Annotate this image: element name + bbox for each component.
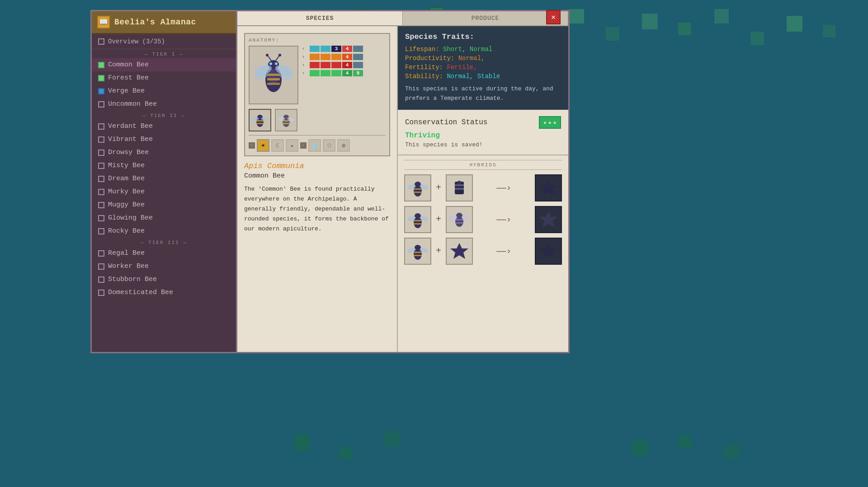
bee-item-verge[interactable]: Verge Bee: [92, 84, 236, 98]
lifespan-value: Short, Normal: [443, 46, 492, 53]
stubborn-bee-checkbox: [98, 276, 104, 283]
bee-item-worker[interactable]: Worker Bee: [92, 260, 236, 273]
badge-star-3: ★: [553, 119, 557, 126]
overview-row[interactable]: Overview (3/35): [92, 34, 236, 49]
verge-bee-checkbox: [98, 88, 104, 94]
hybrid-result-svg-3: [538, 241, 558, 261]
bee-item-uncommon[interactable]: Uncommon Bee: [92, 98, 236, 111]
sidebar-title-bar: 📖 Beelia's Almanac: [92, 11, 236, 34]
misty-bee-label: Misty Bee: [108, 162, 145, 169]
stat-direction-2: ›: [302, 55, 308, 60]
hybrid-row-2: + ——›: [404, 206, 562, 233]
bee-thumbnails-row: [249, 109, 386, 131]
bee-list[interactable]: — TIER I — Common Bee Forest Bee Verge B…: [92, 49, 236, 352]
forest-bee-label: Forest Bee: [108, 74, 149, 82]
traits-title: Species Traits:: [405, 33, 561, 41]
conservation-description: This species is saved!: [405, 141, 561, 148]
svg-rect-41: [414, 223, 422, 225]
svg-rect-47: [455, 222, 463, 224]
regal-bee-checkbox: [98, 250, 104, 257]
sb2-5: [353, 54, 363, 60]
species-common: Common Bee: [244, 172, 390, 180]
verdant-bee-checkbox: [98, 123, 104, 130]
anatomy-label: ANATOMY:: [249, 37, 386, 43]
stat-bars-2: 4: [310, 54, 363, 60]
worker-bee-label: Worker Bee: [108, 262, 149, 270]
bee-item-misty[interactable]: Misty Bee: [92, 159, 236, 172]
bee-thumb-2[interactable]: [275, 109, 297, 131]
overview-label: Overview (3/35): [108, 38, 165, 45]
bee-item-drowsy[interactable]: Drowsy Bee: [92, 146, 236, 159]
sb3-3: [331, 62, 341, 68]
svg-point-9: [266, 54, 269, 56]
tier-2-label: — TIER II —: [92, 111, 236, 120]
bee-item-domesticated[interactable]: Domesticated Bee: [92, 286, 236, 299]
stat-row-2: › 4: [302, 54, 386, 60]
bee-thumb-1[interactable]: [249, 109, 271, 131]
droplet-icon: 💧: [308, 139, 321, 152]
hybrids-section: HYBRIDS: [398, 155, 568, 352]
cursor-icon: ⬡: [323, 139, 335, 152]
sb2-1: [310, 54, 320, 60]
species-latin: Apis Communia: [244, 162, 390, 170]
tab-produce[interactable]: PRODUCE: [403, 11, 568, 25]
stability-label: Stability:: [405, 73, 443, 80]
hybrid-plus-3: +: [436, 246, 441, 256]
bee-sprite-box: [249, 46, 298, 104]
stat-row-1: ‹ 3 4: [302, 46, 386, 52]
bee-item-dream[interactable]: Dream Bee: [92, 172, 236, 185]
bee-item-common[interactable]: Common Bee: [92, 58, 236, 71]
bee-item-vibrant[interactable]: Vibrant Bee: [92, 133, 236, 146]
bee-item-muggy[interactable]: Muggy Bee: [92, 198, 236, 211]
activity-direction-icon: ‹: [249, 142, 255, 149]
verdant-bee-label: Verdant Bee: [108, 122, 153, 130]
svg-line-8: [268, 56, 271, 61]
uncommon-bee-label: Uncommon Bee: [108, 100, 157, 108]
sidebar: 📖 Beelia's Almanac Overview (3/35) — TIE…: [90, 10, 237, 353]
svg-rect-36: [455, 188, 464, 190]
domesticated-bee-label: Domesticated Bee: [108, 289, 173, 296]
bee-item-murky[interactable]: Murky Bee: [92, 185, 236, 198]
tab-species[interactable]: SPECIES: [237, 11, 403, 25]
lifespan-label: Lifespan:: [405, 46, 439, 53]
bee-item-forest[interactable]: Forest Bee: [92, 71, 236, 84]
hybrid-svg-2a: [408, 210, 428, 229]
stat-bars-3: 4: [310, 62, 363, 68]
bee-item-glowing[interactable]: Glowing Bee: [92, 211, 236, 225]
species-description: The 'Common' Bee is found practically ev…: [244, 184, 390, 234]
conservation-badge: ★ ★ ★: [539, 116, 561, 129]
svg-rect-54: [414, 255, 422, 256]
hybrid-result-3: [535, 238, 562, 265]
stat-direction-3: ›: [302, 63, 308, 68]
fertility-value: Fertile,: [447, 64, 477, 71]
hybrid-result-svg-1: [538, 178, 558, 198]
sb4-1: [310, 70, 320, 76]
svg-rect-4: [267, 83, 280, 85]
stability-value: Normal, Stable: [447, 73, 500, 80]
stubborn-bee-label: Stubborn Bee: [108, 276, 157, 283]
uncommon-bee-checkbox: [98, 101, 104, 108]
bee-item-verdant[interactable]: Verdant Bee: [92, 120, 236, 133]
svg-rect-24: [283, 123, 290, 124]
bee-item-rocky[interactable]: Rocky Bee: [92, 225, 236, 238]
dream-bee-label: Dream Bee: [108, 175, 145, 183]
hybrid-result-2: [535, 206, 562, 233]
sb1-1: [310, 46, 320, 52]
domesticated-bee-checkbox: [98, 290, 104, 296]
hybrid-svg-1a: [408, 178, 428, 198]
bee-item-regal[interactable]: Regal Bee: [92, 247, 236, 260]
tabs-row: SPECIES PRODUCE: [237, 11, 568, 26]
hybrid-result-svg-2: [538, 210, 558, 229]
hybrid-bee-1b: [446, 174, 473, 201]
badge-star-1: ★: [543, 119, 547, 126]
conservation-header: Conservation Status ★ ★ ★: [405, 116, 561, 129]
svg-point-37: [458, 181, 461, 184]
bee-sprite-svg: [253, 50, 294, 100]
hybrid-svg-3a: [408, 241, 428, 261]
bee-item-stubborn[interactable]: Stubborn Bee: [92, 273, 236, 286]
sb3-1: [310, 62, 320, 68]
svg-rect-30: [414, 192, 422, 193]
stat-direction-1: ‹: [302, 47, 308, 52]
close-button[interactable]: ✕: [546, 10, 561, 24]
svg-point-11: [278, 54, 281, 56]
